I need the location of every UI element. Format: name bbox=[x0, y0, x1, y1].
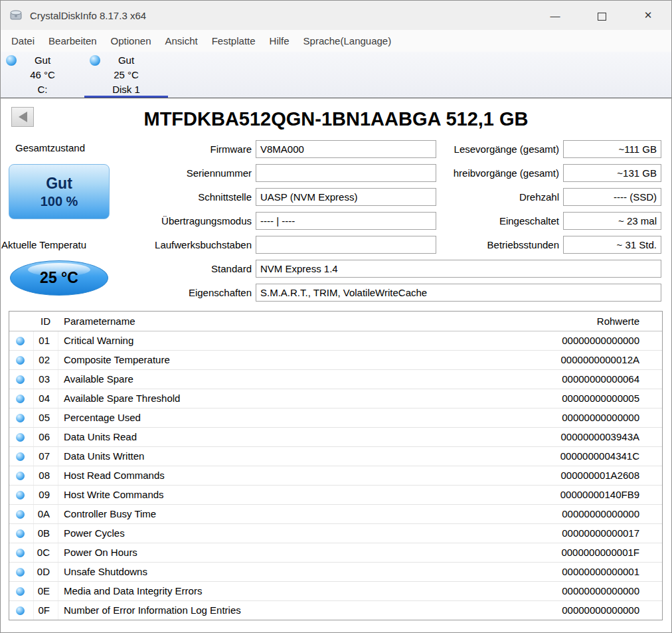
smart-row-raw: 00000000000001 bbox=[509, 563, 662, 581]
disk-temperature-label: 46 °C bbox=[1, 68, 84, 82]
smart-table-row[interactable]: 0C Power On Hours 0000000000001F bbox=[9, 543, 662, 563]
menu-item[interactable]: Ansicht bbox=[165, 35, 197, 46]
app-window: CrystalDiskInfo 8.17.3 x64 — ✕ Datei Bea… bbox=[0, 0, 672, 633]
info-field-row: Drehzahl ---- (SSD) bbox=[370, 188, 661, 206]
info-field-label: Schnittstelle bbox=[1, 188, 256, 206]
smart-row-name: Available Spare bbox=[58, 370, 509, 389]
smart-row-name: Host Write Commands bbox=[58, 486, 509, 504]
smart-row-id: 01 bbox=[34, 331, 58, 350]
menu-item[interactable]: Hilfe bbox=[270, 35, 290, 46]
smart-row-raw: 00000000000005 bbox=[509, 389, 662, 408]
smart-row-status-cell bbox=[9, 331, 34, 350]
app-icon bbox=[9, 8, 23, 23]
smart-row-status-cell bbox=[9, 389, 34, 408]
smart-table-row[interactable]: 0D Unsafe Shutdowns 00000000000001 bbox=[9, 563, 662, 582]
menu-item[interactable]: Optionen bbox=[111, 35, 151, 46]
smart-table-row[interactable]: 07 Data Units Written 0000000004341C bbox=[9, 447, 662, 466]
smart-row-id: 0B bbox=[34, 524, 58, 543]
status-dot-icon bbox=[16, 568, 25, 577]
smart-table-row[interactable]: 0E Media and Data Integrity Errors 00000… bbox=[9, 582, 662, 601]
smart-row-id: 0E bbox=[34, 582, 58, 600]
smart-row-raw: 00000000000000 bbox=[509, 601, 662, 620]
smart-row-name: Power On Hours bbox=[58, 543, 509, 562]
smart-row-id: 0F bbox=[34, 601, 58, 620]
smart-row-raw: 00000000000000 bbox=[509, 408, 662, 427]
titlebar: CrystalDiskInfo 8.17.3 x64 — ✕ bbox=[1, 1, 671, 30]
drive-info-right: Lesevorgänge (gesamt) ~111 GB hreibvorgä… bbox=[370, 140, 661, 260]
info-field-label: Standard bbox=[1, 260, 256, 278]
disk-status-icon bbox=[6, 55, 17, 66]
smart-table-row[interactable]: 0B Power Cycles 00000000000017 bbox=[9, 524, 662, 543]
info-field-value[interactable]: NVM Express 1.4 bbox=[256, 260, 661, 278]
minimize-button[interactable]: — bbox=[532, 10, 578, 21]
smart-row-name: Critical Warning bbox=[58, 331, 509, 350]
smart-table-row[interactable]: 03 Available Spare 00000000000064 bbox=[9, 370, 662, 389]
maximize-icon bbox=[598, 13, 606, 21]
smart-row-id: 09 bbox=[34, 486, 58, 504]
smart-row-id: 0A bbox=[34, 505, 58, 523]
info-field-value[interactable]: ---- (SSD) bbox=[563, 188, 661, 206]
smart-row-name: Controller Busy Time bbox=[58, 505, 509, 523]
smart-table-row[interactable]: 01 Critical Warning 00000000000000 bbox=[9, 331, 662, 351]
status-dot-icon bbox=[16, 433, 25, 442]
status-dot-icon bbox=[16, 529, 25, 538]
smart-row-name: Available Spare Threshold bbox=[58, 389, 509, 408]
close-button[interactable]: ✕ bbox=[625, 9, 671, 21]
smart-row-raw: 0000000004341C bbox=[509, 447, 662, 466]
smart-row-name: Power Cycles bbox=[58, 524, 509, 543]
menu-item[interactable]: Bearbeiten bbox=[48, 35, 97, 46]
smart-table-row[interactable]: 02 Composite Temperature 0000000000012A bbox=[9, 351, 662, 370]
smart-row-id: 0D bbox=[34, 563, 58, 581]
smart-row-status-cell bbox=[9, 601, 34, 620]
smart-row-name: Media and Data Integrity Errors bbox=[58, 582, 509, 600]
smart-row-status-cell bbox=[9, 370, 34, 389]
smart-table-row[interactable]: 0F Number of Error Information Log Entri… bbox=[9, 601, 662, 620]
info-field-row: Betriebsstunden ~ 31 Std. bbox=[370, 236, 661, 254]
disk-status-icon bbox=[90, 55, 100, 66]
info-field-value[interactable]: ~111 GB bbox=[563, 140, 661, 158]
menu-item[interactable]: Festplatte bbox=[212, 35, 256, 46]
smart-table-header: ID Parametername Rohwerte bbox=[9, 312, 662, 331]
smart-row-name: Unsafe Shutdowns bbox=[58, 563, 509, 581]
disk-tab[interactable]: Gut 46 °C C: bbox=[1, 52, 84, 98]
menu-item[interactable]: Datei bbox=[11, 35, 35, 46]
main-content: MTFDKBA512QGN-1BN1AABGA 512,1 GB Gesamtz… bbox=[1, 98, 671, 632]
maximize-button[interactable] bbox=[578, 10, 625, 21]
smart-table-row[interactable]: 09 Host Write Commands 00000000140FB9 bbox=[9, 486, 662, 505]
window-controls: — ✕ bbox=[532, 1, 671, 30]
smart-row-status-cell bbox=[9, 543, 34, 562]
info-field-value[interactable]: ~ 31 Std. bbox=[563, 236, 661, 254]
status-dot-icon bbox=[16, 375, 25, 384]
smart-table-row[interactable]: 0A Controller Busy Time 00000000000000 bbox=[9, 505, 662, 524]
status-dot-icon bbox=[16, 395, 25, 403]
smart-table-row[interactable]: 06 Data Units Read 0000000003943A bbox=[9, 428, 662, 447]
smart-row-name: Data Units Written bbox=[58, 447, 509, 466]
smart-row-raw: 0000000003943A bbox=[509, 428, 662, 446]
info-field-value[interactable]: S.M.A.R.T., TRIM, VolatileWriteCache bbox=[256, 284, 661, 302]
smart-row-raw: 0000000000001F bbox=[509, 543, 662, 562]
status-dot-icon bbox=[16, 452, 25, 461]
smart-row-status-cell bbox=[9, 408, 34, 427]
info-field-value[interactable]: ~131 GB bbox=[563, 164, 661, 182]
smart-row-status-cell bbox=[9, 351, 34, 369]
smart-row-name: Composite Temperature bbox=[58, 351, 509, 369]
status-dot-icon bbox=[16, 491, 25, 499]
smart-attribute-table: ID Parametername Rohwerte 01 Critical Wa… bbox=[9, 311, 663, 620]
smart-row-name: Number of Error Information Log Entries bbox=[58, 601, 509, 620]
smart-row-id: 0C bbox=[34, 543, 58, 562]
smart-row-status-cell bbox=[9, 524, 34, 543]
status-dot-icon bbox=[16, 414, 25, 422]
disk-tab[interactable]: Gut 25 °C Disk 1 bbox=[84, 52, 168, 98]
smart-row-id: 05 bbox=[34, 408, 58, 427]
menu-item[interactable]: Sprache(Language) bbox=[303, 35, 392, 46]
smart-row-status-cell bbox=[9, 582, 34, 600]
drive-info-wide: Standard NVM Express 1.4 Eigenschaften S… bbox=[1, 260, 661, 308]
smart-table-row[interactable]: 04 Available Spare Threshold 00000000000… bbox=[9, 389, 662, 408]
status-dot-icon bbox=[16, 549, 25, 557]
info-field-value[interactable]: ~ 23 mal bbox=[563, 212, 661, 230]
smart-row-id: 04 bbox=[34, 389, 58, 408]
info-field-row: Eingeschaltet ~ 23 mal bbox=[370, 212, 661, 230]
smart-table-row[interactable]: 08 Host Read Commands 000000001A2608 bbox=[9, 466, 662, 486]
info-field-label: Seriennummer bbox=[1, 164, 256, 182]
smart-table-row[interactable]: 05 Percentage Used 00000000000000 bbox=[9, 408, 662, 428]
